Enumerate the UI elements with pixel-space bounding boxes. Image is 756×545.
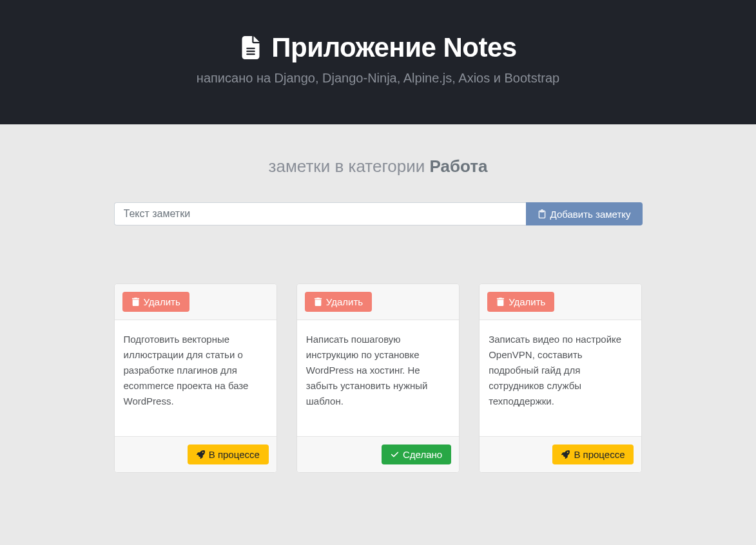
note-text: Записать видео по настройке OpenVPN, сос… (480, 320, 641, 436)
trash-icon (131, 298, 140, 306)
trash-icon (496, 298, 505, 306)
note-card: УдалитьНаписать пошаговую инструкцию по … (296, 283, 460, 473)
status-done-button[interactable]: Сделано (382, 445, 451, 464)
section-prefix: заметки в категории (269, 157, 430, 176)
check-icon (391, 450, 399, 459)
clipboard-icon (538, 209, 547, 218)
card-footer: Сделано (297, 436, 459, 472)
add-note-form: Добавить заметку (114, 202, 643, 225)
app-title-text: Приложение Notes (271, 32, 516, 63)
delete-button[interactable]: Удалить (305, 292, 372, 312)
note-card: УдалитьПодготовить векторные иллюстрации… (114, 283, 277, 473)
status-label: В процессе (574, 449, 625, 460)
note-text: Написать пошаговую инструкцию по установ… (297, 320, 459, 436)
add-button-label: Добавить заметку (550, 209, 631, 220)
status-label: В процессе (209, 449, 260, 460)
delete-label: Удалить (144, 296, 180, 307)
card-footer: В процессе (115, 436, 276, 472)
card-header: Удалить (297, 284, 459, 320)
delete-button[interactable]: Удалить (487, 292, 554, 312)
app-header: Приложение Notes написано на Django, Dja… (0, 0, 756, 124)
document-icon (239, 36, 262, 59)
delete-label: Удалить (509, 296, 545, 307)
status-progress-button[interactable]: В процессе (188, 445, 269, 464)
delete-label: Удалить (326, 296, 363, 307)
card-footer: В процессе (480, 436, 641, 472)
note-text-input[interactable] (114, 202, 526, 225)
app-title: Приложение Notes (239, 32, 516, 63)
card-header: Удалить (115, 284, 276, 320)
card-header: Удалить (480, 284, 641, 320)
rocket-icon (197, 450, 205, 459)
trash-icon (314, 298, 322, 306)
note-text: Подготовить векторные иллюстрации для ст… (115, 320, 276, 436)
section-category: Работа (429, 157, 487, 176)
section-title: заметки в категории Работа (114, 157, 643, 177)
note-card: УдалитьЗаписать видео по настройке OpenV… (479, 283, 642, 473)
notes-grid: УдалитьПодготовить векторные иллюстрации… (114, 283, 643, 473)
add-note-button[interactable]: Добавить заметку (526, 202, 643, 225)
status-progress-button[interactable]: В процессе (552, 445, 634, 464)
status-label: Сделано (403, 449, 442, 460)
rocket-icon (561, 450, 570, 459)
app-subtitle: написано на Django, Django-Ninja, Alpine… (13, 71, 743, 86)
delete-button[interactable]: Удалить (122, 292, 189, 312)
